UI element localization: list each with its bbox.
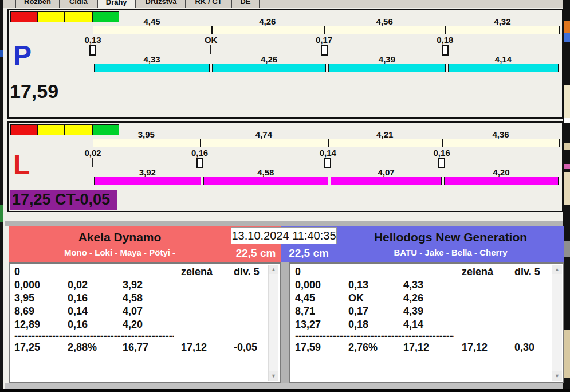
tab-čidla[interactable]: Čidla bbox=[61, 0, 96, 8]
window-bottom-border bbox=[0, 389, 570, 392]
table-cell bbox=[462, 279, 514, 292]
dog-time-bar bbox=[448, 64, 559, 72]
table-cell: zelená bbox=[462, 265, 514, 279]
split-segment bbox=[93, 26, 211, 34]
traffic-cell-0 bbox=[10, 124, 38, 135]
result-table-right-team: 0zelenádiv. 50,0000,134,334,45OK4,268,71… bbox=[289, 262, 564, 383]
split-time-label: 4,56 bbox=[376, 17, 393, 26]
split-time-label: 4,32 bbox=[494, 17, 510, 26]
separator-dashes: ----------------------------------------… bbox=[14, 331, 174, 341]
table-cell: 0,000 bbox=[14, 279, 68, 292]
table-cell: 0 bbox=[295, 265, 348, 279]
tab-družstva[interactable]: Družstva bbox=[137, 0, 186, 8]
crossing-time-label: 0,13 bbox=[84, 35, 101, 45]
table-cell bbox=[68, 265, 123, 279]
split-segment bbox=[200, 139, 328, 147]
tab-dráhy[interactable]: Dráhy bbox=[97, 0, 136, 8]
crossing-time-label: 0,16 bbox=[434, 148, 450, 158]
dog-time-bar bbox=[212, 64, 326, 72]
dog-time-label: 4,58 bbox=[257, 167, 274, 177]
desktop-edge-right bbox=[564, 0, 570, 392]
scrollbar-vertical[interactable]: ▲ ▼ bbox=[552, 265, 562, 381]
team-left-name: Akela Dynamo bbox=[9, 230, 231, 244]
table-row: 3,950,164,58 bbox=[14, 292, 267, 305]
table-cell: 4,58 bbox=[123, 292, 181, 305]
dog-time-bar bbox=[328, 64, 446, 72]
crossing-time-label: OK bbox=[205, 35, 218, 45]
table-cell: 0,18 bbox=[348, 318, 403, 331]
table-cell: 0,000 bbox=[295, 279, 348, 292]
table-cell: 0,30 bbox=[514, 341, 551, 354]
table-cell: div. 5 bbox=[514, 265, 551, 279]
table-cell: 4,33 bbox=[403, 279, 462, 292]
flyball-timing-window: RozběhČidlaDráhyDružstvaRK / ČTDĚ P 4,45… bbox=[3, 0, 564, 390]
lane-panel-left: L 3,954,744,214,36 0,020,160,140,16 3,92… bbox=[7, 121, 563, 212]
table-cell bbox=[462, 318, 514, 331]
table-cell bbox=[181, 279, 234, 292]
table-row: 12,890,164,20 bbox=[14, 318, 267, 331]
table-cell bbox=[181, 305, 234, 318]
split-segment bbox=[442, 139, 559, 147]
traffic-cell-0 bbox=[10, 11, 38, 22]
table-cell bbox=[462, 305, 514, 318]
table-cell: 17,12 bbox=[403, 341, 462, 354]
table-row: 17,592,76%17,1217,120,30 bbox=[295, 341, 551, 354]
table-cell bbox=[462, 292, 514, 305]
scroll-down-icon[interactable]: ▼ bbox=[269, 371, 278, 381]
split-time-label: 3,95 bbox=[138, 130, 155, 139]
table-cell: 3,95 bbox=[14, 292, 68, 305]
table-cell bbox=[234, 305, 267, 318]
table-cell: 0,17 bbox=[348, 305, 403, 318]
crossing-time-label: 0,17 bbox=[316, 35, 332, 45]
scroll-up-icon[interactable]: ▲ bbox=[269, 265, 278, 274]
split-segment bbox=[328, 139, 441, 147]
table-cell bbox=[348, 265, 403, 279]
table-cell: 12,89 bbox=[14, 318, 68, 331]
sensor-tick-icon bbox=[92, 158, 93, 167]
table-cell: 0,13 bbox=[348, 279, 403, 292]
table-cell: 17,12 bbox=[462, 341, 514, 354]
table-cell: 8,71 bbox=[295, 305, 348, 318]
result-tables-row: 0zelenádiv. 50,0000,023,923,950,164,588,… bbox=[9, 262, 564, 383]
traffic-cell-2 bbox=[65, 124, 92, 135]
table-cell bbox=[234, 292, 267, 305]
tab-dě[interactable]: DĚ bbox=[231, 0, 259, 8]
table-cell: 0,02 bbox=[68, 279, 123, 292]
crossing-time-label: 0,18 bbox=[437, 35, 453, 45]
scroll-down-icon[interactable]: ▼ bbox=[552, 371, 562, 381]
table-cell: OK bbox=[348, 292, 403, 305]
scroll-up-icon[interactable]: ▲ bbox=[552, 265, 562, 274]
traffic-cell-1 bbox=[38, 124, 65, 135]
table-cell: div. 5 bbox=[234, 265, 267, 279]
table-row: 13,270,184,14 bbox=[295, 318, 551, 331]
lane-letter: L bbox=[13, 151, 30, 179]
table-cell bbox=[514, 305, 551, 318]
dog-time-bar bbox=[94, 64, 210, 72]
dog-time-bar bbox=[94, 177, 201, 185]
tab-rk-čt[interactable]: RK / ČT bbox=[187, 0, 231, 8]
crossing-time-label: 0,14 bbox=[320, 148, 336, 158]
team-left-jump-height: 22,5 cm bbox=[231, 245, 281, 262]
table-row: 17,252,88%16,7717,12-0,05 bbox=[14, 341, 267, 354]
dog-time-label: 4,20 bbox=[493, 167, 509, 177]
lane-panel-right: P 4,454,264,564,32 0,13OK0,170,18 4,334,… bbox=[7, 9, 563, 119]
split-segment bbox=[93, 139, 200, 147]
table-cell: 2,76% bbox=[348, 341, 403, 354]
table-cell bbox=[234, 318, 267, 331]
lane-bars: 3,954,744,214,36 0,020,160,140,16 3,924,… bbox=[93, 130, 560, 211]
tab-rozběh[interactable]: Rozběh bbox=[15, 0, 60, 8]
split-segment bbox=[445, 26, 559, 34]
dog-times-bar bbox=[93, 177, 560, 186]
table-cell: 17,12 bbox=[181, 341, 234, 354]
dog-time-label: 4,14 bbox=[495, 54, 512, 64]
lane-total: 17,59 bbox=[10, 80, 58, 103]
table-cell: 17,25 bbox=[14, 341, 68, 354]
bottom-scroll-band[interactable] bbox=[5, 383, 563, 389]
split-bar bbox=[93, 26, 560, 34]
app-screen: RozběhČidlaDráhyDružstvaRK / ČTDĚ P 4,45… bbox=[0, 0, 570, 392]
table-cell: 4,07 bbox=[123, 305, 181, 318]
table-row: 0zelenádiv. 5 bbox=[295, 265, 551, 279]
scrollbar-vertical[interactable]: ▲ ▼ bbox=[268, 265, 278, 381]
table-cell: 17,59 bbox=[295, 341, 348, 354]
table-cell bbox=[181, 318, 234, 331]
